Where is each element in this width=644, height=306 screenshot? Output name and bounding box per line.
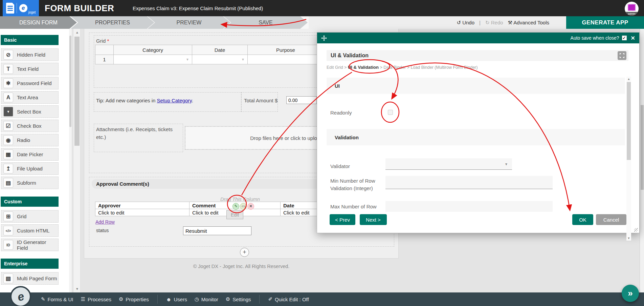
setup-category-link[interactable]: Setup Category bbox=[157, 98, 192, 103]
palette-item-subform[interactable]: ▤Subform bbox=[1, 177, 59, 189]
scroll-down-icon[interactable]: ▼ bbox=[626, 237, 631, 240]
palette-item-label: Check Box bbox=[17, 123, 42, 129]
double-chevron-right-icon: » bbox=[628, 288, 632, 299]
redo-button[interactable]: ↻ Redo bbox=[485, 20, 503, 26]
autosave-checkbox[interactable]: ✓ bbox=[622, 36, 627, 40]
subform-icon: ▤ bbox=[3, 178, 13, 188]
joget-footer-logo[interactable]: e bbox=[10, 286, 31, 306]
breadcrumb-item-2[interactable]: UI & Validation bbox=[348, 65, 379, 70]
breadcrumb-separator: > bbox=[379, 65, 383, 70]
palette-item-date-picker[interactable]: ▦Date Picker bbox=[1, 148, 59, 161]
copyright-footer: © Joget DX - Joget Inc. All Rights Reser… bbox=[84, 264, 399, 269]
form-name-subtitle: Expenses Claim v3: Expense Claim Resubmi… bbox=[133, 5, 263, 11]
palette-item-text-field[interactable]: TText Field bbox=[1, 63, 59, 75]
grid-row-select[interactable]: ▼ bbox=[113, 55, 192, 64]
bottombar-item-users[interactable]: ☻Users bbox=[166, 297, 187, 302]
toolbar-actions: ↺ Undo | ↻ Redo ⚒ Advanced Tools bbox=[457, 16, 549, 29]
bottombar-item-label: Properties bbox=[126, 297, 149, 302]
advanced-tools-button[interactable]: ⚒ Advanced Tools bbox=[508, 20, 549, 26]
tab-properties[interactable]: PROPERTIES bbox=[71, 16, 154, 29]
property-dialog: Auto save when close? ✓ ✕ UI & Validatio… bbox=[317, 32, 640, 233]
dialog-header[interactable]: Auto save when close? ✓ ✕ bbox=[317, 33, 639, 43]
dialog-scrollbar[interactable]: ▲ ▼ bbox=[626, 77, 631, 241]
palette-item-select-box[interactable]: ▼Select Box bbox=[1, 105, 59, 118]
bottombar-item-settings[interactable]: ⚙Settings bbox=[226, 296, 251, 302]
redo-icon: ↻ bbox=[485, 20, 490, 25]
copy-column-icon[interactable]: ▭ bbox=[240, 203, 247, 210]
max-rows-input[interactable] bbox=[385, 201, 553, 212]
expand-panel-button[interactable]: » bbox=[622, 285, 639, 302]
edit-form-icon: ✎ bbox=[41, 296, 45, 302]
bottombar-divider bbox=[259, 295, 260, 304]
attachments-label-line1: Attachments (i.e. Receipts, tickets bbox=[96, 126, 173, 132]
palette-item-hidden-field[interactable]: ⊘Hidden Field bbox=[1, 48, 59, 61]
prev-button[interactable]: < Prev bbox=[330, 214, 355, 225]
palette-item-multi-paged-form[interactable]: ▧Multi Paged Form bbox=[1, 272, 59, 285]
scroll-down-icon[interactable]: ▼ bbox=[73, 287, 81, 291]
breadcrumb-item-3[interactable]: Data Binder bbox=[383, 65, 406, 70]
scroll-up-icon[interactable]: ▲ bbox=[73, 30, 81, 34]
approval-row-cell[interactable]: Click to edit bbox=[95, 209, 190, 216]
bottombar-item-forms-ui[interactable]: ✎Forms & UI bbox=[41, 296, 73, 302]
cancel-button[interactable]: Cancel bbox=[596, 214, 626, 225]
tab-design-form[interactable]: DESIGN FORM bbox=[0, 16, 77, 29]
status-input[interactable] bbox=[183, 226, 251, 235]
add-row-link[interactable]: Add Row bbox=[95, 219, 115, 225]
palette-item-label: File Upload bbox=[17, 166, 43, 171]
bottombar-item-properties[interactable]: ⚙Properties bbox=[119, 296, 149, 302]
text-field-icon: T bbox=[3, 64, 13, 74]
logo-divider bbox=[17, 3, 17, 13]
edit-column-icon[interactable]: ✎ bbox=[232, 203, 239, 210]
bottombar-item-quick-edit-off[interactable]: ✐Quick Edit : Off bbox=[268, 296, 309, 302]
canvas-scrollbar[interactable]: ▲ ▼ bbox=[73, 29, 81, 292]
edit-tooltip: Edit bbox=[226, 210, 243, 219]
move-icon[interactable] bbox=[321, 35, 327, 41]
page-scrollbar[interactable] bbox=[640, 29, 644, 292]
canvas-scroll-thumb[interactable] bbox=[74, 37, 80, 146]
palette-section-basic: Basic bbox=[1, 35, 59, 45]
palette-item-password-field[interactable]: ✱Password Field bbox=[1, 77, 59, 89]
tab-save[interactable]: SAVE bbox=[224, 16, 308, 29]
expand-icon[interactable] bbox=[618, 51, 626, 60]
readonly-checkbox[interactable] bbox=[388, 110, 393, 115]
approval-column-header-approver[interactable]: Approver bbox=[95, 202, 190, 209]
palette-item-id-generator-field[interactable]: IDID Generator Field bbox=[1, 239, 59, 251]
grid-column-header-category: Category bbox=[113, 45, 192, 55]
resize-handle[interactable] bbox=[634, 228, 638, 232]
joget-logo[interactable]: e joget bbox=[3, 0, 39, 16]
undo-button[interactable]: ↺ Undo bbox=[457, 20, 474, 26]
dialog-scroll-thumb[interactable] bbox=[627, 82, 631, 160]
breadcrumb-item-1[interactable]: Edit Grid bbox=[327, 65, 343, 70]
grid-row-select[interactable]: ▼ bbox=[192, 55, 248, 64]
palette-item-label: Grid bbox=[17, 213, 26, 219]
add-section-button[interactable]: + bbox=[240, 248, 249, 257]
min-rows-input[interactable] bbox=[385, 176, 553, 189]
total-amount-input[interactable] bbox=[286, 96, 317, 104]
palette-item-check-box[interactable]: ☑Check Box bbox=[1, 120, 59, 132]
generate-app-button[interactable]: GENERATE APP bbox=[566, 16, 644, 29]
grid-row-cell[interactable] bbox=[247, 55, 324, 64]
breadcrumb[interactable]: Edit Grid > UI & Validation > Data Binde… bbox=[327, 65, 478, 70]
tab-preview[interactable]: PREVIEW bbox=[148, 16, 230, 29]
bottombar-item-processes[interactable]: ☰Processes bbox=[81, 296, 111, 302]
palette-item-text-area[interactable]: AText Area bbox=[1, 91, 59, 104]
palette-item-custom-html[interactable]: </>Custom HTML bbox=[1, 224, 59, 237]
scroll-up-icon[interactable]: ▲ bbox=[626, 77, 631, 81]
validator-label: Validator bbox=[330, 163, 350, 169]
palette-item-file-upload[interactable]: ↥File Upload bbox=[1, 162, 59, 175]
palette-section-custom: Custom bbox=[1, 197, 59, 207]
validator-select[interactable] bbox=[385, 158, 512, 170]
grid-label: Grid * bbox=[96, 38, 109, 44]
close-icon[interactable]: ✕ bbox=[631, 35, 635, 41]
bottombar-item-monitor[interactable]: ◷Monitor bbox=[195, 296, 218, 302]
breadcrumb-item-4[interactable]: Load Binder (Multirow Form Binder) bbox=[410, 65, 478, 70]
ok-button[interactable]: OK bbox=[572, 214, 593, 225]
next-button[interactable]: Next > bbox=[360, 214, 387, 225]
max-rows-label: Max Number of Row bbox=[330, 204, 377, 209]
admin-avatar[interactable]: admin bbox=[625, 2, 639, 16]
delete-column-icon[interactable]: ✕ bbox=[247, 203, 254, 210]
palette-scrollbar[interactable] bbox=[69, 29, 72, 292]
file-upload-icon: ↥ bbox=[3, 164, 13, 174]
palette-item-grid[interactable]: ⊞Grid bbox=[1, 210, 59, 223]
palette-item-radio[interactable]: ◉Radio bbox=[1, 134, 59, 146]
